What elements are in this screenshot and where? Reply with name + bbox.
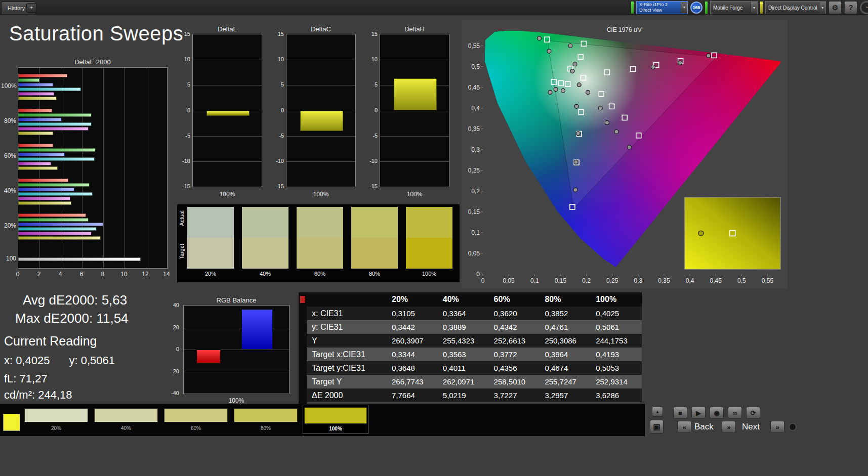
cell-value: 0,3648	[387, 361, 438, 375]
gridline	[286, 60, 355, 60]
delta-bar	[394, 78, 436, 110]
gridline	[125, 68, 125, 268]
de-bar	[18, 92, 54, 96]
gridline	[380, 161, 449, 162]
cell-value: 0,3344	[387, 348, 438, 361]
cell-value: 252,9314	[591, 375, 642, 388]
measured-marker	[561, 89, 565, 93]
target-swatch	[242, 238, 288, 269]
tab-swatch	[94, 408, 158, 422]
de-bar	[18, 153, 65, 156]
meter-dropdown[interactable]: X-Rite i1Pro 2 Direct View ▾	[636, 1, 688, 14]
swatch-column	[406, 207, 452, 269]
gridline	[380, 136, 449, 137]
cie-x-tick-label: 0,05	[503, 277, 515, 284]
measured-marker	[678, 61, 682, 65]
scroll-up-icon[interactable]: ▲	[652, 407, 663, 417]
topbar-controls: X-Rite i1Pro 2 Direct View ▾ 165 Mobile …	[631, 1, 868, 14]
stop-button[interactable]: ■	[673, 407, 687, 419]
chart-title: DeltaL	[192, 25, 262, 33]
table-row: Target x:CIE310,33440,35630,37720,39640,…	[307, 348, 642, 361]
cell-value: 0,4193	[591, 348, 642, 361]
x-tick-label: 6	[77, 271, 86, 278]
actual-swatch	[351, 207, 398, 238]
y-tick-label: 40	[166, 302, 179, 308]
record-button[interactable]: ◉	[710, 407, 724, 419]
measured-marker	[598, 106, 602, 110]
saturation-tab-100%[interactable]: 100%	[303, 405, 368, 434]
cell-value: 0,4011	[438, 361, 489, 375]
de-bar	[18, 157, 95, 161]
back-button[interactable]: Back	[694, 422, 714, 432]
refresh-button[interactable]: ⟳	[746, 407, 760, 419]
de-bar	[18, 232, 92, 235]
gridline	[286, 136, 355, 137]
group-label: 60%	[1, 152, 16, 159]
saturation-tab-40%[interactable]: 40%	[93, 405, 159, 434]
cell-value: 252,6613	[489, 334, 540, 348]
cell-value: 0,3964	[540, 348, 591, 361]
next-button[interactable]: Next	[742, 422, 760, 432]
de-bar	[18, 188, 74, 191]
deltaC-chart: DeltaC 100% 151050-5-10-15	[271, 25, 358, 203]
saturation-tab-20%[interactable]: 20%	[23, 405, 89, 434]
measured-marker	[707, 54, 711, 58]
row-label: Y	[307, 334, 387, 348]
rgb-balance-plot-area	[183, 305, 290, 394]
add-tab-button[interactable]: +	[26, 3, 36, 13]
chart-title: RGB Balance	[183, 296, 290, 304]
play-button[interactable]: ▶	[691, 407, 706, 419]
cell-value: 260,3907	[387, 334, 438, 348]
saturation-tab-60%[interactable]: 60%	[163, 405, 229, 434]
x-axis-category: 100%	[183, 397, 290, 404]
cie-y-tick-label: 0,55	[468, 42, 480, 50]
deltaL-chart: DeltaL 100% 151050-5-10-15	[177, 25, 264, 203]
y-tick-label: 10	[271, 56, 284, 62]
cell-value: 7,7664	[387, 388, 438, 402]
continuous-read-button[interactable]: ∞	[728, 407, 742, 419]
x-tick-label: 2	[34, 271, 44, 278]
back-chevrons-icon[interactable]: «	[677, 421, 691, 433]
transport-controls: ▲ ■ ▶ ◉ ∞ ⟳ ▣ « Back » Next »	[645, 404, 868, 436]
current-cdm2-value: cd/m²: 244,18	[4, 388, 72, 402]
y-tick-label: -15	[271, 183, 284, 189]
y-tick-label: 0	[364, 107, 378, 113]
source-dropdown[interactable]: Mobile Forge ▾	[710, 1, 758, 14]
help-icon[interactable]: ?	[844, 1, 857, 14]
deltaC-plot-area	[286, 34, 356, 187]
y-tick-label: -40	[166, 390, 179, 396]
measured-marker	[548, 90, 552, 94]
measured-marker	[547, 49, 551, 53]
x-axis-category: 100%	[192, 191, 262, 198]
chevron-down-icon: ▾	[751, 2, 757, 13]
swatch-label: 60%	[297, 271, 343, 277]
column-header: 100%	[591, 292, 642, 307]
results-table: 20%40%60%80%100%x: CIE310,31050,33640,36…	[307, 292, 642, 402]
cell-value: 3,6286	[591, 388, 642, 402]
cie-x-tick-label: 0,25	[606, 277, 618, 284]
next-chevrons-icon[interactable]: »	[770, 421, 784, 433]
measured-marker	[574, 160, 578, 164]
display-control-dropdown[interactable]: Direct Display Control ▾	[765, 1, 826, 14]
swatch-column	[242, 207, 288, 269]
deltaH-plot-area	[380, 34, 449, 187]
forward-chevrons-icon[interactable]: »	[722, 421, 736, 433]
table-red-indicator	[300, 296, 305, 303]
de-bar	[18, 109, 52, 112]
target-swatch	[406, 238, 452, 269]
source-status-indicator	[705, 2, 708, 14]
y-tick-label: 5	[177, 81, 190, 88]
clock-icon[interactable]: ◔	[860, 1, 868, 14]
gear-icon[interactable]: ⚙	[829, 1, 842, 14]
cie-y-tick-label: 0,45	[468, 84, 480, 91]
saturation-tab-80%[interactable]: 80%	[233, 405, 299, 434]
cie-diagram: 000,050,050,10,10,150,150,20,20,250,250,…	[462, 30, 788, 288]
layout-button[interactable]: ▣	[650, 420, 664, 434]
y-tick-label: 0	[166, 346, 179, 352]
de-bar	[18, 113, 92, 117]
x-axis-category: 100%	[380, 191, 449, 198]
group-label: 40%	[1, 187, 16, 194]
de-bar	[18, 227, 97, 231]
cell-value: 3,2957	[540, 388, 591, 402]
chevron-down-icon: ▾	[681, 2, 687, 13]
